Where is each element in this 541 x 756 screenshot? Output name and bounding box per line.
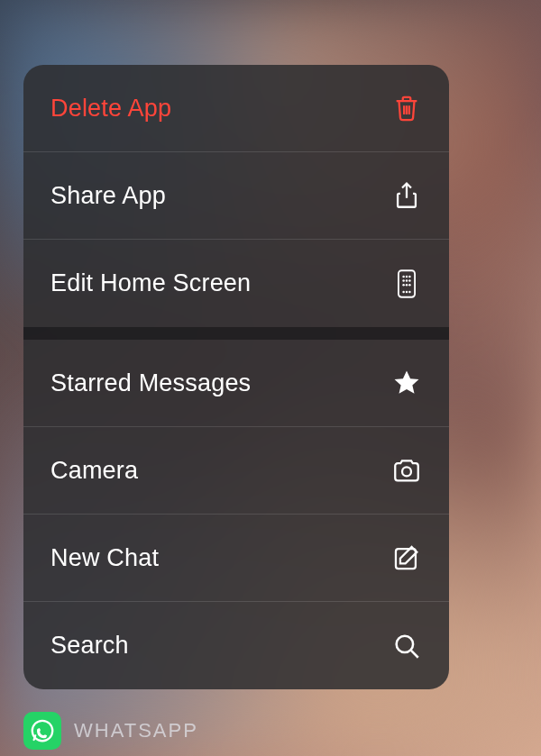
camera-menu-item[interactable]: Camera [23,427,449,515]
starred-messages-label: Starred Messages [50,369,251,397]
starred-messages-menu-item[interactable]: Starred Messages [23,340,449,427]
share-icon [391,180,422,211]
svg-point-15 [397,635,413,651]
svg-point-11 [406,290,408,292]
svg-point-8 [406,283,408,285]
app-name-label: WHATSAPP [74,719,198,742]
svg-point-5 [406,279,408,281]
compose-icon [391,542,422,573]
context-menu: Delete App Share App Edit Home Screen [23,65,449,689]
search-label: Search [50,632,129,660]
menu-section-divider [23,327,449,340]
svg-point-9 [408,283,410,285]
svg-point-2 [406,275,408,277]
search-icon [391,631,422,661]
new-chat-label: New Chat [50,544,159,572]
edit-home-screen-menu-item[interactable]: Edit Home Screen [23,240,449,327]
share-app-label: Share App [50,182,166,210]
svg-point-13 [402,467,411,476]
svg-point-10 [402,290,404,292]
app-badge[interactable]: WHATSAPP [23,712,198,750]
trash-icon [391,93,422,123]
svg-point-4 [402,279,404,281]
delete-app-label: Delete App [50,95,171,123]
whatsapp-icon [23,712,61,750]
svg-point-3 [408,275,410,277]
share-app-menu-item[interactable]: Share App [23,152,449,240]
new-chat-menu-item[interactable]: New Chat [23,515,449,602]
svg-point-12 [408,290,410,292]
edit-home-screen-label: Edit Home Screen [50,269,251,297]
svg-point-1 [402,275,404,277]
star-icon [391,368,422,398]
svg-point-6 [408,279,410,281]
camera-icon [391,455,422,486]
apps-grid-icon [391,269,422,299]
svg-point-7 [402,283,404,285]
search-menu-item[interactable]: Search [23,602,449,689]
camera-label: Camera [50,457,138,485]
delete-app-menu-item[interactable]: Delete App [23,65,449,152]
